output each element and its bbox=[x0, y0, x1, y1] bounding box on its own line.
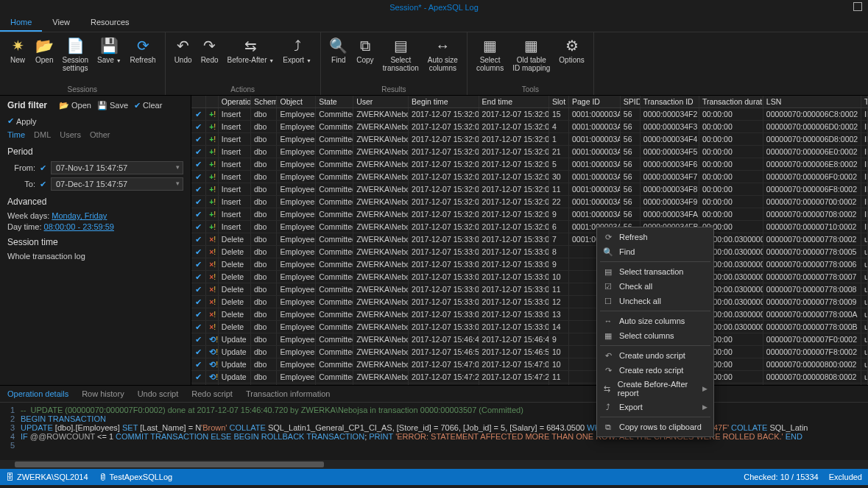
col-header[interactable]: Slot ID bbox=[549, 96, 569, 107]
col-header[interactable]: LSN bbox=[763, 96, 861, 107]
cm-select-columns[interactable]: ▦Select columns bbox=[597, 328, 713, 343]
to-combo[interactable]: 07-Dec-17 15:47:57 bbox=[51, 177, 183, 191]
gf-apply[interactable]: ✔Apply bbox=[7, 116, 37, 126]
table-row[interactable]: ✔+!InsertdboEmployeesCommittedZWERKA\Neb… bbox=[191, 171, 868, 183]
table-row[interactable]: ✔+!InsertdboEmployeesCommittedZWERKA\Neb… bbox=[191, 133, 868, 146]
cell: INS bbox=[861, 171, 868, 183]
table-row[interactable]: ✔⟲!UpdatedboEmployeesCommittedZWERKA\Neb… bbox=[191, 371, 868, 383]
cell: ZWERKA\Nebojsa bbox=[353, 121, 409, 132]
table-row[interactable]: ✔⟲!UpdatedboEmployeesCommittedZWERKA\Neb… bbox=[191, 358, 868, 371]
open-button[interactable]: 📂Open bbox=[31, 34, 57, 85]
cm-create-before-after-report[interactable]: ⇆Create Before-After report▶ bbox=[597, 378, 713, 400]
cell: Delete bbox=[219, 246, 251, 258]
old-table-id-mapping-button[interactable]: ▦Old tableID mapping bbox=[508, 34, 554, 85]
col-header[interactable] bbox=[206, 96, 219, 107]
cm-copy-rows-to-clipboard[interactable]: ⧉Copy rows to clipboard bbox=[597, 420, 713, 434]
horizontal-scrollbar[interactable] bbox=[0, 460, 868, 469]
weekdays-link[interactable]: Monday, Friday bbox=[52, 211, 107, 220]
cm-create-undo-script[interactable]: ↶Create undo script bbox=[597, 348, 713, 363]
table-row[interactable]: ✔+!InsertdboEmployeesCommittedZWERKA\Neb… bbox=[191, 196, 868, 208]
table-row[interactable]: ✔×!DeletedboEmployeesCommittedZWERKA\Neb… bbox=[191, 258, 868, 271]
copy-button[interactable]: ⧉Copy bbox=[352, 34, 378, 85]
cm-create-redo-script[interactable]: ↷Create redo script bbox=[597, 363, 713, 378]
cell: ZWERKA\Nebojsa bbox=[353, 246, 409, 258]
detail-tab[interactable]: Transaction information bbox=[246, 389, 331, 398]
select-transaction-button[interactable]: ▤Selecttransaction bbox=[378, 34, 423, 85]
gf-open[interactable]: 📂Open bbox=[59, 101, 91, 110]
col-header[interactable]: State bbox=[316, 96, 353, 107]
cm-uncheck-all[interactable]: ☐Uncheck all bbox=[597, 294, 713, 308]
gf-save[interactable]: 💾Save bbox=[97, 101, 128, 110]
export-button[interactable]: ⤴Export ▼ bbox=[278, 34, 316, 85]
detail-tab[interactable]: Row history bbox=[82, 389, 124, 398]
cm-find[interactable]: 🔍Find bbox=[597, 244, 713, 259]
to-check-icon[interactable]: ✔ bbox=[40, 180, 46, 189]
col-header[interactable]: Page ID bbox=[569, 96, 621, 107]
redo-button[interactable]: ↷Redo bbox=[197, 34, 223, 85]
col-header[interactable]: Tra bbox=[861, 96, 868, 107]
gf-clear[interactable]: ✔Clear bbox=[134, 101, 162, 110]
new-button[interactable]: ✷New bbox=[4, 34, 31, 85]
table-row[interactable]: ✔×!DeletedboEmployeesCommittedZWERKA\Neb… bbox=[191, 283, 868, 296]
select-columns-button[interactable]: ▦Selectcolumns bbox=[472, 34, 508, 85]
from-check-icon[interactable]: ✔ bbox=[40, 163, 46, 173]
table-row[interactable]: ✔+!InsertdboEmployeesCommittedZWERKA\Neb… bbox=[191, 158, 868, 171]
col-header[interactable]: Operation bbox=[219, 96, 251, 107]
gf-tab-time[interactable]: Time bbox=[7, 130, 25, 139]
auto-size-columns-button[interactable]: ↔Auto sizecolumns bbox=[423, 34, 462, 85]
cm-refresh[interactable]: ⟳Refresh bbox=[597, 230, 713, 244]
maximize-icon[interactable] bbox=[853, 2, 862, 11]
table-row[interactable]: ✔+!InsertdboEmployeesCommittedZWERKA\Neb… bbox=[191, 121, 868, 133]
menu-tab-home[interactable]: Home bbox=[0, 15, 42, 32]
col-header[interactable]: Transaction ID bbox=[641, 96, 699, 107]
cm-auto-size-columns[interactable]: ↔Auto size columns bbox=[597, 314, 713, 328]
find-button[interactable]: 🔍Find bbox=[325, 34, 352, 85]
cell: Insert bbox=[219, 133, 251, 145]
gf-tab-other[interactable]: Other bbox=[90, 130, 110, 139]
table-row[interactable]: ✔×!DeletedboEmployeesCommittedZWERKA\Neb… bbox=[191, 246, 868, 258]
session-settings-button[interactable]: 📄Sessionsettings bbox=[57, 34, 93, 85]
table-row[interactable]: ✔×!DeletedboEmployeesCommittedZWERKA\Neb… bbox=[191, 296, 868, 308]
refresh-button[interactable]: ⟳Refresh bbox=[126, 34, 160, 85]
detail-tab[interactable]: Redo script bbox=[191, 389, 233, 398]
table-row[interactable]: ✔×!DeletedboEmployeesCommittedZWERKA\Neb… bbox=[191, 233, 868, 246]
table-row[interactable]: ✔+!InsertdboEmployeesCommittedZWERKA\Neb… bbox=[191, 221, 868, 233]
cell: ×! bbox=[206, 246, 219, 258]
table-row[interactable]: ✔+!InsertdboEmployeesCommittedZWERKA\Neb… bbox=[191, 108, 868, 121]
table-row[interactable]: ✔+!InsertdboEmployeesCommittedZWERKA\Neb… bbox=[191, 183, 868, 196]
table-row[interactable]: ✔⟲!UpdatedboEmployeesCommittedZWERKA\Neb… bbox=[191, 333, 868, 346]
col-header[interactable]: Begin time bbox=[409, 96, 479, 107]
cm-select-transaction[interactable]: ▤Select transaction bbox=[597, 264, 713, 279]
col-header[interactable] bbox=[191, 96, 206, 107]
col-header[interactable]: Schema bbox=[251, 96, 278, 107]
table-row[interactable]: ✔×!DeletedboEmployeesCommittedZWERKA\Neb… bbox=[191, 321, 868, 333]
detail-tab[interactable]: Undo script bbox=[138, 389, 179, 398]
gf-tab-dml[interactable]: DML bbox=[34, 130, 51, 139]
options-button[interactable]: ⚙Options bbox=[554, 34, 588, 85]
cell: 00000070:000007F0:0002 bbox=[763, 333, 861, 345]
cm-check-all[interactable]: ☑Check all bbox=[597, 279, 713, 294]
table-row[interactable]: ✔×!DeletedboEmployeesCommittedZWERKA\Neb… bbox=[191, 308, 868, 321]
table-row[interactable]: ✔⟲!UpdatedboEmployeesCommittedZWERKA\Neb… bbox=[191, 346, 868, 358]
col-header[interactable]: SPID bbox=[621, 96, 641, 107]
cm-export[interactable]: ⤴Export▶ bbox=[597, 400, 713, 414]
col-header[interactable]: User bbox=[353, 96, 409, 107]
col-header[interactable]: Transaction duration bbox=[699, 96, 763, 107]
from-combo[interactable]: 07-Nov-17 15:47:57 bbox=[51, 161, 183, 174]
undo-button[interactable]: ↶Undo bbox=[170, 34, 197, 85]
col-header[interactable]: End time bbox=[479, 96, 549, 107]
menu-tab-view[interactable]: View bbox=[42, 15, 80, 32]
daytime-link[interactable]: 08:00:00 - 23:59:59 bbox=[44, 222, 114, 231]
menu-tab-resources[interactable]: Resources bbox=[80, 15, 140, 32]
save-button[interactable]: 💾Save ▼ bbox=[93, 34, 126, 85]
gf-tab-users[interactable]: Users bbox=[60, 130, 81, 139]
table-row[interactable]: ✔⟲!UpdatedboEmployeesCommittedZWERKA\Neb… bbox=[191, 383, 868, 385]
table-row[interactable]: ✔+!InsertdboEmployeesCommittedZWERKA\Neb… bbox=[191, 208, 868, 221]
before-after-button[interactable]: ⇆Before-After ▼ bbox=[223, 34, 279, 85]
table-row[interactable]: ✔×!DeletedboEmployeesCommittedZWERKA\Neb… bbox=[191, 271, 868, 283]
detail-tab[interactable]: Operation details bbox=[7, 389, 68, 398]
cell: ✔ bbox=[191, 358, 206, 370]
col-header[interactable]: Object bbox=[277, 96, 316, 107]
table-row[interactable]: ✔+!InsertdboEmployeesCommittedZWERKA\Neb… bbox=[191, 146, 868, 158]
scrollbar-thumb[interactable] bbox=[15, 462, 324, 467]
